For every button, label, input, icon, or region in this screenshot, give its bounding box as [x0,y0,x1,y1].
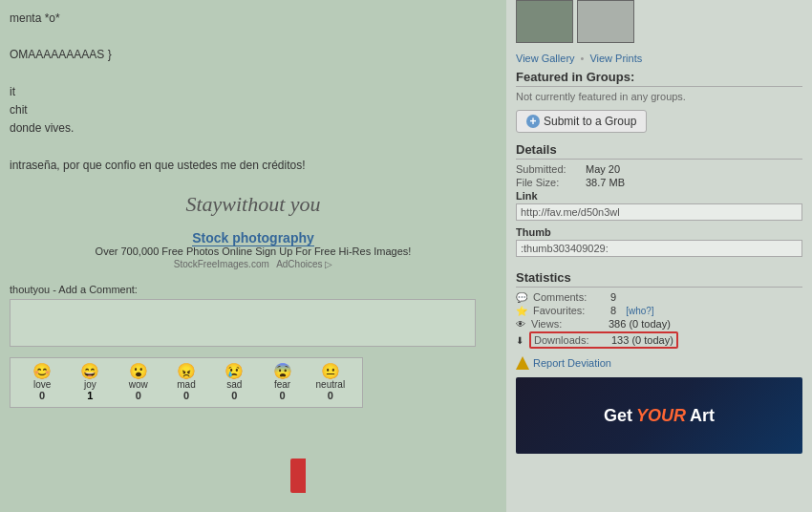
downloads-icon: ⬇ [516,335,524,346]
downloads-highlight: Downloads: 133 (0 today) [529,331,678,349]
gallery-row: View Gallery • View Prints [516,49,802,70]
submitted-label: Submitted: [516,163,578,175]
stats-section: Statistics 💬 Comments: 9 ⭐ Favourites: 8… [516,270,802,349]
comments-row: 💬 Comments: 9 [516,291,802,303]
details-section: Details Submitted: May 20 File Size: 38.… [516,142,802,263]
downloads-row: ⬇ Downloads: 133 (0 today) [516,331,802,349]
filesize-row: File Size: 38.7 MB [516,177,802,188]
stock-photography-section: Stock photography Over 700,000 Free Phot… [10,226,497,274]
view-prints-link[interactable]: View Prints [589,53,642,64]
thumb-image-2 [577,0,634,43]
thumb-image-1 [516,0,573,43]
ad-art-text: Art [690,406,715,426]
ad-get-text: Get [604,406,632,426]
right-panel: View Gallery • View Prints Featured in G… [506,0,812,512]
report-icon [516,356,529,370]
favourites-label: Favourites: [533,305,605,316]
favourites-value: 8 [610,305,616,316]
submitted-row: Submitted: May 20 [516,163,802,175]
comment-textarea[interactable] [10,299,476,347]
emotion-joy[interactable]: 😄 joy 1 [66,364,114,401]
details-title: Details [516,142,802,160]
comments-label: Comments: [533,291,605,303]
emotion-bar: 😊 love 0 😄 joy 1 😮 wow 0 😠 mad 0 😢 sad 0… [10,357,363,408]
not-featured-text: Not currently featured in any groups. [516,91,802,102]
thumb-input[interactable] [516,240,802,257]
link-input[interactable] [516,203,802,221]
thumb-row [516,0,802,43]
submitted-value: May 20 [586,163,620,175]
emotion-sad[interactable]: 😢 sad 0 [210,364,258,401]
ad-choices[interactable]: AdChoices ▷ [276,259,332,269]
views-icon: 👁 [516,319,525,330]
who-link[interactable]: [who?] [626,306,653,316]
link-label: Link [516,190,802,202]
filesize-label: File Size: [516,177,578,188]
downloads-value: 133 (0 today) [611,334,673,346]
emotion-wow[interactable]: 😮 wow 0 [115,364,162,401]
emotion-neutral[interactable]: 😐 neutral 0 [307,364,354,401]
report-label: Report Deviation [533,357,611,369]
plus-icon: + [526,115,540,128]
signature: Staywithout you [10,182,497,226]
view-gallery-link[interactable]: View Gallery [516,53,575,64]
favourites-row: ⭐ Favourites: 8 [who?] [516,305,802,316]
downloads-label: Downloads: [534,334,606,346]
comments-icon: 💬 [516,292,527,303]
red-corner-decoration [290,459,306,493]
comment-text: menta *o* OMAAAAAAAAAS } it chit donde v… [10,10,497,175]
add-comment-label: thoutyou - Add a Comment: [10,284,497,295]
views-value: 386 (0 today) [609,318,671,330]
comments-value: 9 [610,291,616,303]
filesize-value: 38.7 MB [586,177,625,188]
featured-groups-title: Featured in Groups: [516,70,802,87]
report-deviation[interactable]: Report Deviation [516,356,802,370]
emotion-love[interactable]: 😊 love 0 [18,364,66,401]
submit-group-button[interactable]: + Submit to a Group [516,110,647,133]
stats-title: Statistics [516,270,802,288]
stock-footer: StockFreeImages.com [174,259,269,269]
bottom-ad: Get YOUR Art [516,377,802,454]
thumb-label: Thumb [516,226,802,238]
emotion-fear[interactable]: 😨 fear 0 [258,364,306,401]
stock-sub-text: Over 700,000 Free Photos Online Sign Up … [10,245,497,257]
views-row: 👁 Views: 386 (0 today) [516,318,802,330]
left-panel: menta *o* OMAAAAAAAAAS } it chit donde v… [0,0,506,512]
ad-your-text: YOUR [636,406,686,426]
favourites-icon: ⭐ [516,306,527,316]
views-label: Views: [531,318,603,330]
stock-photography-link[interactable]: Stock photography [192,230,314,246]
emotion-mad[interactable]: 😠 mad 0 [162,364,210,401]
submit-group-label: Submit to a Group [544,115,636,128]
